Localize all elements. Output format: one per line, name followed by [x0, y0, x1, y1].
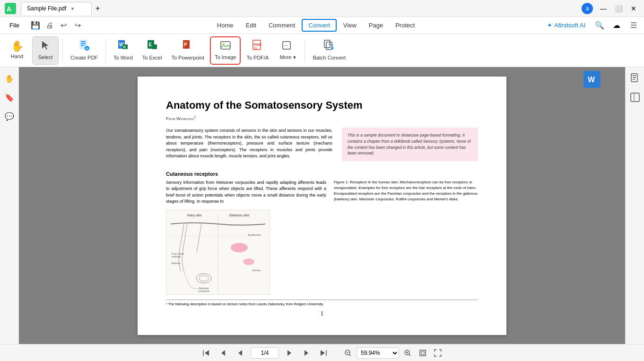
- to-excel-button[interactable]: E To Excel: [139, 36, 166, 65]
- maximize-button[interactable]: ⬜: [612, 2, 625, 15]
- svg-text:/A: /A: [254, 46, 257, 50]
- batch-convert-label: Batch Convert: [313, 55, 346, 61]
- to-powerpoint-icon: P: [183, 40, 193, 53]
- print-button[interactable]: 🖨: [43, 19, 56, 32]
- svg-text:W: W: [588, 76, 595, 84]
- tab-bar: Sample File.pdf × +: [21, 2, 582, 15]
- zoom-in-button[interactable]: [401, 346, 414, 360]
- svg-rect-46: [633, 75, 636, 76]
- batch-convert-button[interactable]: Batch Convert: [309, 36, 349, 65]
- pdf-page-number: 1: [166, 311, 478, 316]
- floating-word-icon[interactable]: W: [583, 71, 600, 88]
- pdf-tab[interactable]: Sample File.pdf ×: [21, 2, 92, 15]
- file-menu[interactable]: File: [4, 20, 25, 31]
- cloud-button[interactable]: ☁: [610, 19, 623, 32]
- svg-rect-49: [631, 93, 639, 102]
- nav-comment[interactable]: Comment: [263, 20, 301, 31]
- pdf-side-col: This is a sample document to showcase pa…: [342, 128, 478, 164]
- to-powerpoint-button[interactable]: P To Powerpoint: [167, 36, 208, 65]
- save-button[interactable]: 💾: [29, 19, 42, 32]
- sidebar-comment-icon[interactable]: 💬: [2, 109, 17, 124]
- settings-button[interactable]: ☰: [627, 19, 640, 32]
- user-avatar: a: [582, 3, 593, 14]
- svg-line-65: [409, 354, 410, 356]
- svg-rect-5: [81, 43, 86, 44]
- pdf-from: From Wikibooks1: [166, 115, 478, 121]
- nav-convert[interactable]: Convert: [302, 19, 337, 32]
- fit-page-button[interactable]: [416, 346, 429, 360]
- sidebar-hand-icon[interactable]: ✋: [2, 71, 17, 86]
- app-logo: A: [4, 2, 17, 15]
- more-label: More ▾: [279, 54, 296, 60]
- close-button[interactable]: ✕: [627, 2, 640, 15]
- tab-close-button[interactable]: ×: [69, 5, 76, 12]
- to-word-button[interactable]: W E To Word: [110, 36, 137, 65]
- hand-button[interactable]: ✋ Hand: [4, 36, 30, 65]
- zoom-select[interactable]: 59.94% 50% 75% 100% 125% 150%: [357, 347, 399, 359]
- svg-rect-26: [326, 42, 332, 50]
- prev-page-button[interactable]: [217, 346, 230, 360]
- to-pdfa-button[interactable]: PDF /A To PDF/A: [243, 36, 272, 65]
- pdf-intro: Our somatosensory system consists of sen…: [166, 128, 332, 160]
- toolbar-actions: 💾 🖨 ↩ ↪: [29, 19, 85, 32]
- separator-1: [62, 39, 63, 62]
- new-tab-button[interactable]: +: [92, 2, 104, 15]
- svg-text:E: E: [123, 45, 126, 49]
- select-icon: [40, 40, 51, 52]
- nav-view[interactable]: View: [338, 20, 362, 31]
- to-powerpoint-label: To Powerpoint: [171, 55, 204, 61]
- svg-marker-56: [305, 350, 308, 356]
- zoom-out-button[interactable]: [341, 346, 355, 360]
- undo-button[interactable]: ↩: [57, 19, 70, 32]
- nav-protect[interactable]: Protect: [390, 20, 420, 31]
- more-button[interactable]: ··· More ▾: [274, 36, 301, 65]
- redo-button[interactable]: ↪: [71, 19, 85, 32]
- last-page-button[interactable]: [317, 346, 330, 360]
- ai-label: Afirstsoft AI: [554, 22, 585, 29]
- next-page-button[interactable]: [300, 346, 313, 360]
- minimize-button[interactable]: —: [597, 2, 610, 15]
- nav-home[interactable]: Home: [211, 20, 239, 31]
- batch-convert-icon: [324, 40, 334, 53]
- window-controls: — ⬜ ✕: [597, 2, 640, 15]
- to-image-button[interactable]: To Image: [210, 36, 241, 65]
- svg-text:A: A: [7, 5, 11, 13]
- pdf-main-col: Our somatosensory system consists of sen…: [166, 128, 332, 164]
- svg-text:P: P: [184, 42, 187, 47]
- right-sidebar-page-icon[interactable]: [627, 71, 643, 86]
- ai-button[interactable]: ✦ Afirstsoft AI: [543, 20, 589, 31]
- nav-edit[interactable]: Edit: [240, 20, 262, 31]
- pdf-content: Our somatosensory system consists of sen…: [166, 128, 478, 164]
- pdf-image-area: Sensory information from Meissner corpus…: [166, 180, 478, 296]
- prev-button[interactable]: [234, 346, 247, 360]
- page-input[interactable]: [251, 347, 279, 359]
- hand-icon: ✋: [11, 41, 24, 52]
- nav-menu: Home Edit Comment Convert View Page Prot…: [88, 19, 543, 32]
- nav-page[interactable]: Page: [363, 20, 389, 31]
- svg-text:E: E: [148, 42, 152, 47]
- select-button[interactable]: Select: [32, 36, 59, 65]
- first-page-button[interactable]: [200, 346, 213, 360]
- svg-marker-58: [321, 350, 325, 356]
- ai-section: ✦ Afirstsoft AI 🔍 ☁ ☰: [543, 19, 640, 32]
- right-sidebar-panel-icon[interactable]: [627, 90, 643, 105]
- pdf-footnote: ¹ The following description is based on …: [166, 300, 478, 306]
- svg-text:Dermis: Dermis: [252, 269, 261, 272]
- svg-rect-25: [324, 40, 330, 48]
- pdf-area[interactable]: W Anatomy of the Somatosensory System Fr…: [19, 67, 625, 344]
- to-image-label: To Image: [215, 54, 236, 60]
- svg-marker-53: [221, 350, 225, 356]
- fullscreen-button[interactable]: [431, 346, 444, 360]
- sidebar-bookmark-icon[interactable]: 🔖: [2, 90, 17, 105]
- svg-marker-52: [205, 350, 209, 356]
- pdf-figure-caption: Figure 1: Receptors in the human skin: M…: [334, 180, 478, 202]
- menu-bar: File 💾 🖨 ↩ ↪ Home Edit Comment Convert V…: [0, 17, 644, 34]
- create-pdf-button[interactable]: + Create PDF: [67, 36, 102, 65]
- to-image-icon: [220, 40, 231, 52]
- create-pdf-label: Create PDF: [70, 55, 98, 61]
- next-button[interactable]: [283, 346, 296, 360]
- search-button[interactable]: 🔍: [593, 19, 606, 32]
- svg-rect-6: [81, 45, 84, 46]
- svg-rect-15: [152, 44, 157, 49]
- tab-title: Sample File.pdf: [27, 5, 66, 12]
